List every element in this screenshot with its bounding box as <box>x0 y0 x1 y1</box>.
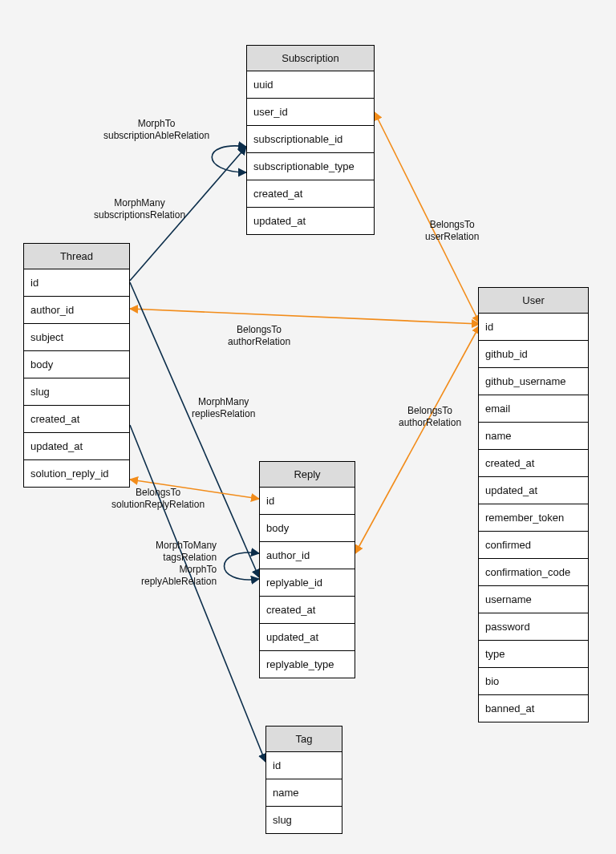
entity-field: name <box>479 423 588 450</box>
entity-tag: Tagidnameslug <box>265 726 342 834</box>
label-thr-solreply: BelongsTo solutionReplyRelation <box>111 487 205 511</box>
entity-field: id <box>260 488 355 515</box>
label-thr-user: BelongsTo authorRelation <box>228 324 290 348</box>
entity-field: confirmation_code <box>479 559 588 586</box>
erd-canvas: { "chart_data": { "type": "diagram", "en… <box>0 0 616 854</box>
entity-header: Thread <box>24 244 129 269</box>
entity-field: body <box>24 351 129 378</box>
entity-field: type <box>479 641 588 668</box>
text: MorphTo <box>103 118 209 130</box>
label-thr-reply: MorphMany repliesRelation <box>192 396 255 420</box>
entity-field: subscriptionable_id <box>247 126 374 153</box>
text: BelongsTo <box>425 219 479 231</box>
label-rep-self: MorphToMany tagsRelation MorphTo replyAb… <box>141 540 217 588</box>
label-sub-user: BelongsTo userRelation <box>425 219 479 243</box>
text: BelongsTo <box>228 324 290 336</box>
entity-reply: Replyidbodyauthor_idreplyable_idcreated_… <box>259 461 355 678</box>
entity-field: created_at <box>247 180 374 208</box>
entity-field: github_id <box>479 341 588 368</box>
entity-field: updated_at <box>260 624 355 651</box>
entity-field: id <box>24 269 129 297</box>
entity-header: Reply <box>260 462 355 488</box>
entity-field: remember_token <box>479 504 588 532</box>
entity-field: subscriptionable_type <box>247 153 374 180</box>
text: authorRelation <box>228 336 290 348</box>
entity-field: updated_at <box>247 208 374 234</box>
entity-field: user_id <box>247 99 374 126</box>
entity-field: uuid <box>247 71 374 99</box>
label-rep-user: BelongsTo authorRelation <box>399 405 461 429</box>
entity-field: name <box>266 779 342 807</box>
entity-field: slug <box>266 807 342 833</box>
text: MorphTo <box>141 564 217 576</box>
text: solutionReplyRelation <box>111 499 205 511</box>
entity-field: created_at <box>24 406 129 433</box>
text: tagsRelation <box>141 552 217 564</box>
entity-thread: Threadidauthor_idsubjectbodyslugcreated_… <box>23 243 130 488</box>
label-sub-morphto: MorphTo subscriptionAbleRelation <box>103 118 209 142</box>
entity-field: slug <box>24 378 129 406</box>
text: subscriptionAbleRelation <box>103 130 209 142</box>
label-thr-sub: MorphMany subscriptionsRelation <box>94 197 185 221</box>
entity-field: subject <box>24 324 129 351</box>
text: MorphMany <box>192 396 255 408</box>
entity-field: created_at <box>479 450 588 477</box>
text: authorRelation <box>399 417 461 429</box>
text: MorphToMany <box>141 540 217 552</box>
entity-field: username <box>479 586 588 613</box>
entity-subscription: Subscriptionuuiduser_idsubscriptionable_… <box>246 45 375 235</box>
text: userRelation <box>425 231 479 243</box>
entity-field: solution_reply_id <box>24 460 129 487</box>
entity-field: id <box>479 314 588 341</box>
text: replyAbleRelation <box>141 576 217 588</box>
entity-field: updated_at <box>479 477 588 504</box>
entity-user: Useridgithub_idgithub_usernameemailnamec… <box>478 287 589 722</box>
entity-field: password <box>479 613 588 641</box>
entity-field: banned_at <box>479 695 588 722</box>
entity-field: github_username <box>479 368 588 395</box>
entity-field: replyable_id <box>260 569 355 597</box>
entity-header: Subscription <box>247 46 374 71</box>
entity-field: author_id <box>24 297 129 324</box>
entity-field: confirmed <box>479 532 588 559</box>
text: BelongsTo <box>399 405 461 417</box>
entity-field: replyable_type <box>260 651 355 678</box>
entity-field: updated_at <box>24 433 129 460</box>
entity-header: Tag <box>266 727 342 752</box>
entity-field: body <box>260 515 355 542</box>
text: MorphMany <box>94 197 185 209</box>
text: BelongsTo <box>111 487 205 499</box>
entity-field: bio <box>479 668 588 695</box>
entity-field: author_id <box>260 542 355 569</box>
entity-field: id <box>266 752 342 779</box>
entity-field: created_at <box>260 597 355 624</box>
text: subscriptionsRelation <box>94 209 185 221</box>
text: repliesRelation <box>192 408 255 420</box>
entity-field: email <box>479 395 588 423</box>
entity-header: User <box>479 288 588 314</box>
